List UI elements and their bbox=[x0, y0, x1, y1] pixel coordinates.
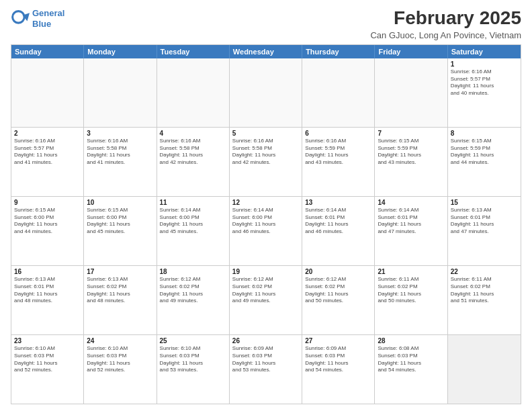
weekday-header: Saturday bbox=[448, 45, 521, 58]
logo-general: General bbox=[32, 8, 64, 18]
weekday-header: Wednesday bbox=[230, 45, 302, 58]
calendar-cell bbox=[302, 58, 375, 127]
calendar-cell: 12Sunrise: 6:14 AM Sunset: 6:00 PM Dayli… bbox=[230, 197, 302, 265]
calendar-cell: 13Sunrise: 6:14 AM Sunset: 6:01 PM Dayli… bbox=[302, 197, 375, 265]
calendar-cell: 25Sunrise: 6:10 AM Sunset: 6:03 PM Dayli… bbox=[157, 335, 230, 404]
calendar-cell: 28Sunrise: 6:08 AM Sunset: 6:03 PM Dayli… bbox=[375, 335, 447, 404]
day-number: 23 bbox=[14, 337, 81, 345]
calendar-cell: 26Sunrise: 6:09 AM Sunset: 6:03 PM Dayli… bbox=[230, 335, 302, 404]
calendar-cell: 19Sunrise: 6:12 AM Sunset: 6:02 PM Dayli… bbox=[230, 266, 302, 334]
calendar-cell: 27Sunrise: 6:09 AM Sunset: 6:03 PM Dayli… bbox=[302, 335, 375, 404]
day-number: 16 bbox=[14, 268, 81, 275]
day-info: Sunrise: 6:16 AM Sunset: 5:58 PM Dayligh… bbox=[232, 138, 299, 167]
day-info: Sunrise: 6:15 AM Sunset: 5:59 PM Dayligh… bbox=[378, 138, 444, 167]
day-info: Sunrise: 6:14 AM Sunset: 6:01 PM Dayligh… bbox=[305, 207, 371, 236]
calendar-cell bbox=[157, 58, 230, 127]
title-area: February 2025 Can GJuoc, Long An Povince… bbox=[370, 8, 521, 40]
calendar-cell: 5Sunrise: 6:16 AM Sunset: 5:58 PM Daylig… bbox=[230, 128, 302, 196]
calendar-cell: 11Sunrise: 6:14 AM Sunset: 6:00 PM Dayli… bbox=[157, 197, 230, 265]
calendar-cell: 18Sunrise: 6:12 AM Sunset: 6:02 PM Dayli… bbox=[157, 266, 230, 334]
weekday-header: Friday bbox=[375, 45, 447, 58]
weekday-header: Thursday bbox=[302, 45, 375, 58]
day-info: Sunrise: 6:16 AM Sunset: 5:58 PM Dayligh… bbox=[87, 138, 153, 167]
calendar-cell: 6Sunrise: 6:16 AM Sunset: 5:59 PM Daylig… bbox=[302, 128, 375, 196]
day-info: Sunrise: 6:12 AM Sunset: 6:02 PM Dayligh… bbox=[160, 276, 226, 305]
calendar-cell: 10Sunrise: 6:15 AM Sunset: 6:00 PM Dayli… bbox=[84, 197, 157, 265]
calendar-row: 23Sunrise: 6:10 AM Sunset: 6:03 PM Dayli… bbox=[11, 334, 521, 404]
day-info: Sunrise: 6:12 AM Sunset: 6:02 PM Dayligh… bbox=[305, 276, 371, 305]
calendar-row: 16Sunrise: 6:13 AM Sunset: 6:01 PM Dayli… bbox=[11, 265, 521, 334]
logo-text: General Blue bbox=[32, 8, 64, 29]
calendar-cell: 7Sunrise: 6:15 AM Sunset: 5:59 PM Daylig… bbox=[375, 128, 447, 196]
day-number: 20 bbox=[305, 268, 371, 275]
day-info: Sunrise: 6:14 AM Sunset: 6:00 PM Dayligh… bbox=[232, 207, 299, 236]
day-info: Sunrise: 6:10 AM Sunset: 6:03 PM Dayligh… bbox=[160, 345, 226, 374]
logo: General Blue bbox=[11, 8, 64, 29]
calendar-cell: 24Sunrise: 6:10 AM Sunset: 6:03 PM Dayli… bbox=[84, 335, 157, 404]
day-info: Sunrise: 6:11 AM Sunset: 6:02 PM Dayligh… bbox=[378, 276, 444, 305]
day-number: 4 bbox=[160, 130, 226, 137]
logo-blue: Blue bbox=[32, 19, 51, 29]
calendar-cell: 2Sunrise: 6:16 AM Sunset: 5:57 PM Daylig… bbox=[11, 128, 84, 196]
day-number: 10 bbox=[87, 199, 153, 206]
day-info: Sunrise: 6:08 AM Sunset: 6:03 PM Dayligh… bbox=[378, 345, 444, 374]
day-number: 25 bbox=[160, 337, 226, 345]
day-number: 19 bbox=[232, 268, 299, 275]
calendar-row: 9Sunrise: 6:15 AM Sunset: 6:00 PM Daylig… bbox=[11, 196, 521, 265]
svg-point-0 bbox=[13, 11, 25, 23]
calendar-body: 1Sunrise: 6:16 AM Sunset: 5:57 PM Daylig… bbox=[11, 58, 521, 404]
calendar-cell: 23Sunrise: 6:10 AM Sunset: 6:03 PM Dayli… bbox=[11, 335, 84, 404]
day-info: Sunrise: 6:13 AM Sunset: 6:01 PM Dayligh… bbox=[451, 207, 518, 236]
weekday-header: Sunday bbox=[11, 45, 84, 58]
calendar-cell: 20Sunrise: 6:12 AM Sunset: 6:02 PM Dayli… bbox=[302, 266, 375, 334]
calendar-cell bbox=[11, 58, 84, 127]
calendar: SundayMondayTuesdayWednesdayThursdayFrid… bbox=[11, 44, 521, 404]
day-number: 12 bbox=[232, 199, 299, 206]
day-number: 24 bbox=[87, 337, 153, 345]
calendar-cell bbox=[448, 335, 521, 404]
day-info: Sunrise: 6:13 AM Sunset: 6:01 PM Dayligh… bbox=[14, 276, 81, 305]
day-info: Sunrise: 6:13 AM Sunset: 6:02 PM Dayligh… bbox=[87, 276, 153, 305]
day-number: 7 bbox=[378, 130, 444, 137]
day-number: 14 bbox=[378, 199, 444, 206]
location-subtitle: Can GJuoc, Long An Povince, Vietnam bbox=[370, 30, 521, 40]
day-info: Sunrise: 6:15 AM Sunset: 6:00 PM Dayligh… bbox=[14, 207, 81, 236]
calendar-cell bbox=[84, 58, 157, 127]
calendar-cell: 1Sunrise: 6:16 AM Sunset: 5:57 PM Daylig… bbox=[448, 58, 521, 127]
calendar-cell: 21Sunrise: 6:11 AM Sunset: 6:02 PM Dayli… bbox=[375, 266, 447, 334]
day-number: 21 bbox=[378, 268, 444, 275]
header: General Blue February 2025 Can GJuoc, Lo… bbox=[11, 8, 521, 40]
day-info: Sunrise: 6:09 AM Sunset: 6:03 PM Dayligh… bbox=[305, 345, 371, 374]
calendar-cell bbox=[375, 58, 447, 127]
calendar-cell: 4Sunrise: 6:16 AM Sunset: 5:58 PM Daylig… bbox=[157, 128, 230, 196]
day-number: 5 bbox=[232, 130, 299, 137]
calendar-cell: 22Sunrise: 6:11 AM Sunset: 6:02 PM Dayli… bbox=[448, 266, 521, 334]
day-number: 26 bbox=[232, 337, 299, 345]
calendar-header: SundayMondayTuesdayWednesdayThursdayFrid… bbox=[11, 45, 521, 58]
day-number: 15 bbox=[451, 199, 518, 206]
day-number: 27 bbox=[305, 337, 371, 345]
day-info: Sunrise: 6:16 AM Sunset: 5:57 PM Dayligh… bbox=[451, 68, 518, 97]
page: General Blue February 2025 Can GJuoc, Lo… bbox=[0, 0, 532, 411]
day-number: 17 bbox=[87, 268, 153, 275]
day-info: Sunrise: 6:10 AM Sunset: 6:03 PM Dayligh… bbox=[14, 345, 81, 374]
day-info: Sunrise: 6:16 AM Sunset: 5:58 PM Dayligh… bbox=[160, 138, 226, 167]
calendar-cell: 3Sunrise: 6:16 AM Sunset: 5:58 PM Daylig… bbox=[84, 128, 157, 196]
day-number: 9 bbox=[14, 199, 81, 206]
weekday-header: Tuesday bbox=[157, 45, 230, 58]
day-number: 11 bbox=[160, 199, 226, 206]
day-info: Sunrise: 6:14 AM Sunset: 6:01 PM Dayligh… bbox=[378, 207, 444, 236]
calendar-row: 1Sunrise: 6:16 AM Sunset: 5:57 PM Daylig… bbox=[11, 58, 521, 127]
day-info: Sunrise: 6:09 AM Sunset: 6:03 PM Dayligh… bbox=[232, 345, 299, 374]
calendar-cell: 9Sunrise: 6:15 AM Sunset: 6:00 PM Daylig… bbox=[11, 197, 84, 265]
calendar-cell: 14Sunrise: 6:14 AM Sunset: 6:01 PM Dayli… bbox=[375, 197, 447, 265]
day-info: Sunrise: 6:16 AM Sunset: 5:59 PM Dayligh… bbox=[305, 138, 371, 167]
day-info: Sunrise: 6:14 AM Sunset: 6:00 PM Dayligh… bbox=[160, 207, 226, 236]
day-number: 13 bbox=[305, 199, 371, 206]
day-info: Sunrise: 6:12 AM Sunset: 6:02 PM Dayligh… bbox=[232, 276, 299, 305]
day-info: Sunrise: 6:15 AM Sunset: 5:59 PM Dayligh… bbox=[451, 138, 518, 167]
logo-icon bbox=[11, 9, 30, 28]
day-number: 2 bbox=[14, 130, 81, 137]
day-number: 8 bbox=[451, 130, 518, 137]
day-info: Sunrise: 6:10 AM Sunset: 6:03 PM Dayligh… bbox=[87, 345, 153, 374]
